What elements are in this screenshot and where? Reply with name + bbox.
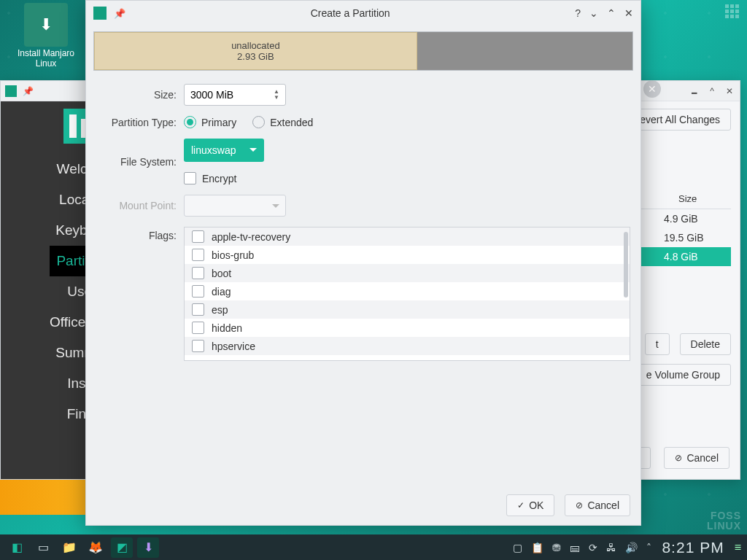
radio-extended[interactable]: Extended	[252, 116, 313, 128]
flag-checkbox[interactable]	[192, 249, 204, 261]
volume-group-button[interactable]: e Volume Group	[635, 364, 731, 386]
maximize-icon[interactable]: ^	[706, 85, 718, 97]
close-icon[interactable]: ✕	[624, 7, 633, 19]
flag-item-hidden[interactable]: hidden	[185, 319, 630, 337]
collapse-icon[interactable]: ⌄	[589, 7, 598, 19]
flags-label: Flags:	[96, 227, 177, 241]
flag-checkbox[interactable]	[192, 267, 204, 279]
radio-primary[interactable]: Primary	[184, 116, 236, 128]
disk-icon[interactable]: ⛃	[552, 542, 561, 553]
flag-item-bios-grub[interactable]: bios-grub	[185, 246, 630, 264]
spin-arrows[interactable]: ▲▼	[274, 89, 279, 101]
used-segment[interactable]	[417, 32, 632, 70]
watermark: FOSSLINUX	[707, 510, 741, 531]
clock[interactable]: 8:21 PM	[662, 539, 724, 556]
minimize-icon[interactable]: 🗕	[689, 85, 700, 97]
encrypt-checkbox[interactable]	[184, 172, 196, 184]
chevron-up-icon[interactable]: ˄	[646, 542, 651, 553]
installer-cancel-button[interactable]: ⊘Cancel	[664, 447, 729, 469]
close-icon[interactable]: ✕	[724, 85, 735, 97]
file-manager-icon[interactable]: 📁	[58, 537, 80, 558]
radio-dot-icon	[184, 116, 196, 128]
manjaro-icon	[93, 7, 107, 20]
flag-item-apple-tv-recovery[interactable]: apple-tv-recovery	[185, 228, 630, 246]
updates-icon[interactable]: ⟳	[589, 542, 597, 553]
size-field[interactable]	[190, 89, 256, 101]
task-installer-media-icon[interactable]: ⬇	[137, 537, 159, 558]
notifications-icon[interactable]: ≡	[735, 541, 741, 554]
flags-list[interactable]: apple-tv-recoverybios-grubbootdiagesphid…	[184, 227, 630, 361]
desktop-icon-label: Install Manjaro Linux	[13, 48, 79, 69]
pin-icon[interactable]: 📌	[114, 8, 125, 19]
screen-icon[interactable]: ▢	[513, 542, 522, 553]
file-system-label: File System:	[96, 156, 177, 168]
manjaro-icon	[5, 85, 17, 97]
firefox-icon[interactable]: 🦊	[85, 537, 107, 558]
size-label: Size:	[96, 89, 177, 101]
flag-item-diag[interactable]: diag	[185, 282, 630, 300]
flag-checkbox[interactable]	[192, 340, 204, 352]
expand-icon[interactable]: ⌃	[607, 7, 616, 19]
delete-button[interactable]: Delete	[680, 333, 731, 355]
flag-checkbox[interactable]	[192, 285, 204, 298]
flag-item-boot[interactable]: boot	[185, 264, 630, 282]
flag-checkbox[interactable]	[192, 303, 204, 316]
radio-dot-icon	[252, 116, 265, 128]
unallocated-segment[interactable]: unallocated 2.93 GiB	[94, 32, 417, 70]
partition-preview-bar[interactable]: unallocated 2.93 GiB	[93, 31, 633, 71]
flag-checkbox[interactable]	[192, 322, 204, 334]
mount-point-label: Mount Point:	[96, 200, 177, 211]
encrypt-label: Encrypt	[202, 173, 236, 184]
taskbar[interactable]: ◧ ▭ 📁 🦊 ◩ ⬇ ▢ 📋 ⛃ 🖴 ⟳ 🖧 🔊 ˄ 8:21 PM ≡	[0, 534, 747, 560]
tab-close-icon[interactable]: ✕	[643, 80, 661, 98]
dialog-titlebar[interactable]: 📌 Create a Partition ? ⌄ ⌃ ✕	[86, 1, 640, 26]
pin-icon[interactable]: 📌	[23, 86, 34, 96]
mount-point-select	[184, 195, 286, 217]
flag-item-esp[interactable]: esp	[185, 300, 630, 319]
cancel-button[interactable]: ⊘Cancel	[565, 494, 630, 516]
start-menu-icon[interactable]: ◧	[6, 537, 28, 558]
flag-checkbox[interactable]	[192, 230, 204, 243]
ok-button[interactable]: ✓OK	[506, 494, 554, 516]
desktop-icon-install-manjaro[interactable]: ⬇ Install Manjaro Linux	[13, 3, 79, 69]
usb-icon[interactable]: 🖴	[570, 542, 580, 553]
create-partition-dialog: 📌 Create a Partition ? ⌄ ⌃ ✕ unallocated…	[85, 0, 641, 526]
app-grid-icon[interactable]	[725, 4, 741, 20]
installer-icon: ⬇	[24, 3, 68, 47]
show-desktop-icon[interactable]: ▭	[32, 537, 54, 558]
clipboard-icon[interactable]: 📋	[531, 542, 543, 553]
network-icon[interactable]: 🖧	[606, 542, 616, 553]
volume-icon[interactable]: 🔊	[625, 542, 638, 553]
size-input[interactable]: ▲▼	[184, 84, 286, 106]
partition-type-label: Partition Type:	[96, 117, 177, 128]
task-calamares-icon[interactable]: ◩	[111, 537, 133, 558]
help-icon[interactable]: ?	[575, 7, 581, 19]
file-system-select[interactable]: linuxswap	[184, 139, 264, 162]
flag-item-hpservice[interactable]: hpservice	[185, 337, 630, 355]
dialog-title: Create a Partition	[133, 7, 568, 19]
system-tray: ▢ 📋 ⛃ 🖴 ⟳ 🖧 🔊 ˄	[513, 542, 651, 553]
edit-button[interactable]: t	[645, 333, 670, 355]
